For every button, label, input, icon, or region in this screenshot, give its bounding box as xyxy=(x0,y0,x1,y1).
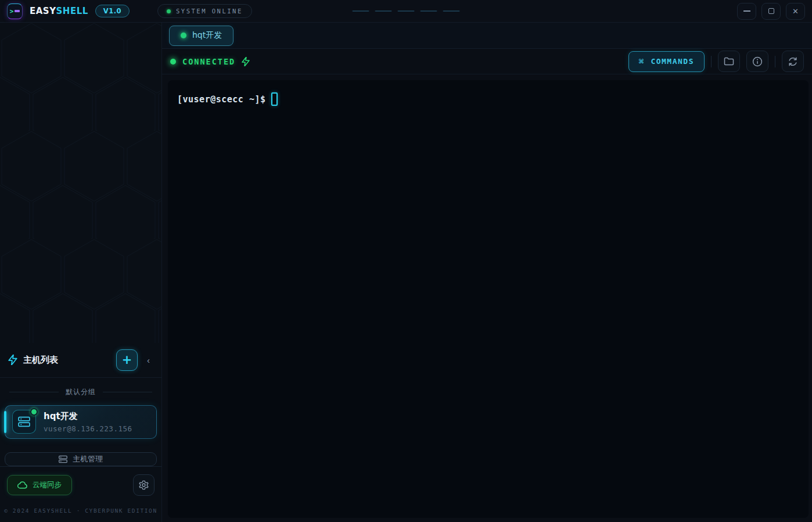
tab-label: hqt开发 xyxy=(192,30,222,41)
main-content: hqt开发 CONNECTED ⌘ COMMANDS xyxy=(162,23,812,522)
cloud-icon xyxy=(17,481,27,489)
reconnect-button[interactable] xyxy=(782,51,804,72)
host-address: vuser@8.136.223.156 xyxy=(44,424,132,433)
host-online-badge xyxy=(30,408,38,416)
sidebar-header: 主机列表 + ‹ xyxy=(0,343,161,378)
refresh-icon xyxy=(788,56,798,67)
app-title: EASYSHELL xyxy=(30,6,88,16)
titlebar-dash xyxy=(375,10,392,12)
minimize-icon xyxy=(743,10,750,12)
gear-icon xyxy=(138,480,149,491)
titlebar-dash xyxy=(421,10,437,12)
session-tabbar: hqt开发 xyxy=(162,23,812,49)
system-status-badge: SYSTEM ONLINE xyxy=(157,4,252,18)
terminal-panel[interactable]: [vuser@scecc ~]$ xyxy=(168,80,809,518)
command-icon: ⌘ xyxy=(639,56,645,67)
hexagon-pattern-background xyxy=(0,23,162,343)
group-divider: 默认分组 xyxy=(9,387,152,397)
toolbar-divider xyxy=(711,56,712,67)
divider-line xyxy=(103,392,152,392)
sidebar-title: 主机列表 xyxy=(23,355,110,366)
cloud-sync-button[interactable]: 云端同步 xyxy=(7,475,72,495)
titlebar-dash xyxy=(398,10,415,12)
app-logo-icon: > xyxy=(7,3,23,19)
brand-primary: EASY xyxy=(30,6,56,16)
cloud-sync-label: 云端同步 xyxy=(33,480,62,490)
info-button[interactable] xyxy=(746,51,768,72)
plus-icon: + xyxy=(122,354,132,366)
terminal-prompt-line: [vuser@scecc ~]$ xyxy=(177,92,799,106)
titlebar-dash xyxy=(443,10,460,12)
host-manage-label: 主机管理 xyxy=(73,454,103,464)
settings-button[interactable] xyxy=(133,474,155,496)
app-window: > EASYSHELL V1.0 SYSTEM ONLINE ✕ xyxy=(0,0,812,522)
connection-status-label: CONNECTED xyxy=(182,57,235,66)
logo-cursor-bar xyxy=(15,10,20,12)
version-badge: V1.0 xyxy=(95,5,130,17)
commands-button[interactable]: ⌘ COMMANDS xyxy=(628,51,705,72)
bolt-icon xyxy=(242,57,250,66)
server-icon xyxy=(18,416,30,427)
titlebar-dash xyxy=(353,10,369,12)
sidebar: 主机列表 + ‹ 默认分组 xyxy=(0,23,162,522)
maximize-icon xyxy=(768,8,774,14)
sidebar-bottom-bar: 云端同步 xyxy=(0,466,161,498)
terminal-cursor xyxy=(271,92,278,106)
commands-label: COMMANDS xyxy=(651,57,694,66)
host-name: hqt开发 xyxy=(44,411,132,422)
titlebar-decoration-dashes xyxy=(353,10,460,12)
folder-icon xyxy=(724,57,734,66)
logo-prompt-glyph: > xyxy=(10,8,14,15)
divider-line xyxy=(9,392,59,392)
server-icon-tile xyxy=(12,410,36,434)
terminal-prompt: [vuser@scecc ~]$ xyxy=(177,94,266,105)
connected-dot-icon xyxy=(170,59,176,65)
host-list-item[interactable]: hqt开发 vuser@8.136.223.156 xyxy=(5,405,157,439)
online-dot-icon xyxy=(167,9,171,13)
info-icon xyxy=(752,56,763,67)
group-label: 默认分组 xyxy=(66,387,96,397)
minimize-button[interactable] xyxy=(737,3,756,20)
collapse-sidebar-button[interactable]: ‹ xyxy=(143,353,153,367)
brand-secondary: SHELL xyxy=(56,6,88,16)
sidebar-footer: © 2024 EASYSHELL · CYBERPUNK EDITION xyxy=(0,498,161,522)
system-status-label: SYSTEM ONLINE xyxy=(176,8,243,15)
connection-statusbar: CONNECTED ⌘ COMMANDS xyxy=(162,49,812,74)
session-tab-active[interactable]: hqt开发 xyxy=(169,26,233,46)
add-host-button[interactable]: + xyxy=(116,349,138,371)
chevron-left-icon: ‹ xyxy=(147,355,150,365)
titlebar: > EASYSHELL V1.0 SYSTEM ONLINE ✕ xyxy=(0,0,812,23)
file-manager-button[interactable] xyxy=(718,51,740,72)
server-small-icon xyxy=(59,455,67,463)
toolbar-divider xyxy=(775,56,775,67)
tab-status-dot xyxy=(181,33,186,38)
maximize-button[interactable] xyxy=(761,3,781,20)
statusbar-actions: ⌘ COMMANDS xyxy=(628,51,804,72)
window-controls: ✕ xyxy=(737,3,805,20)
bolt-icon xyxy=(8,355,17,365)
host-info: hqt开发 vuser@8.136.223.156 xyxy=(44,411,132,433)
host-manage-button[interactable]: 主机管理 xyxy=(5,452,157,466)
close-button[interactable]: ✕ xyxy=(786,3,805,20)
close-icon: ✕ xyxy=(792,7,799,16)
